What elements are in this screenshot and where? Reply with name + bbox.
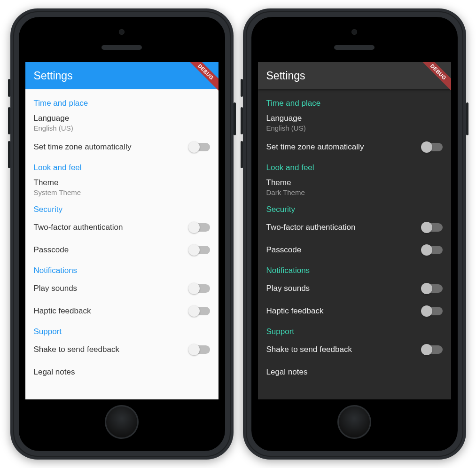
language-value: English (US) (266, 124, 443, 132)
twofa-toggle[interactable] (422, 223, 443, 232)
row-play-sounds[interactable]: Play sounds (258, 277, 451, 300)
legal-label: Legal notes (266, 367, 443, 377)
row-theme[interactable]: Theme Dark Theme (258, 174, 451, 200)
side-button (8, 79, 10, 97)
twofa-label: Two-factor authentication (266, 223, 422, 232)
row-timezone[interactable]: Set time zone automatically (25, 136, 218, 158)
phone-dark: Settings DEBUG Time and place Language E… (243, 8, 466, 460)
language-label: Language (266, 114, 443, 123)
passcode-toggle[interactable] (189, 246, 210, 254)
haptic-label: Haptic feedback (34, 306, 189, 316)
theme-value: System Theme (34, 188, 210, 196)
section-notifications: Notifications (258, 261, 451, 277)
section-security: Security (25, 200, 218, 216)
timezone-label: Set time zone automatically (266, 142, 422, 152)
row-twofa[interactable]: Two-factor authentication (25, 216, 218, 239)
theme-label: Theme (266, 178, 443, 187)
haptic-label: Haptic feedback (266, 306, 422, 316)
row-legal-notes[interactable]: Legal notes (258, 361, 451, 383)
shake-toggle[interactable] (422, 345, 443, 354)
row-language[interactable]: Language English (US) (25, 110, 218, 136)
play-sounds-label: Play sounds (34, 284, 189, 293)
screen-dark: Settings DEBUG Time and place Language E… (258, 62, 451, 399)
row-theme[interactable]: Theme System Theme (25, 174, 218, 200)
row-timezone[interactable]: Set time zone automatically (258, 136, 451, 158)
row-shake-feedback[interactable]: Shake to send feedback (25, 338, 218, 361)
haptic-toggle[interactable] (422, 307, 443, 315)
row-haptic[interactable]: Haptic feedback (25, 300, 218, 322)
row-legal-notes[interactable]: Legal notes (25, 361, 218, 383)
row-haptic[interactable]: Haptic feedback (258, 300, 451, 322)
timezone-label: Set time zone automatically (34, 142, 189, 152)
passcode-toggle[interactable] (422, 246, 443, 254)
section-support: Support (258, 322, 451, 338)
row-shake-feedback[interactable]: Shake to send feedback (258, 338, 451, 361)
row-passcode[interactable]: Passcode (258, 239, 451, 261)
shake-toggle[interactable] (189, 345, 210, 354)
earpiece (101, 45, 142, 50)
screen-light: Settings DEBUG Time and place Language E… (25, 62, 218, 399)
page-title: Settings (34, 70, 73, 82)
side-button (241, 79, 243, 97)
section-time-and-place: Time and place (258, 94, 451, 110)
language-value: English (US) (34, 124, 210, 132)
front-camera (119, 29, 125, 35)
shake-label: Shake to send feedback (34, 345, 189, 354)
page-title: Settings (266, 70, 305, 82)
section-notifications: Notifications (25, 261, 218, 277)
section-support: Support (25, 322, 218, 338)
play-sounds-label: Play sounds (266, 284, 422, 293)
front-camera (351, 29, 357, 35)
timezone-toggle[interactable] (189, 143, 210, 151)
volume-up-button (241, 107, 243, 134)
timezone-toggle[interactable] (422, 143, 443, 151)
legal-label: Legal notes (34, 367, 210, 377)
haptic-toggle[interactable] (189, 307, 210, 315)
section-security: Security (258, 200, 451, 216)
settings-list[interactable]: Time and place Language English (US) Set… (258, 89, 451, 383)
home-button (105, 405, 139, 439)
row-language[interactable]: Language English (US) (258, 110, 451, 136)
theme-label: Theme (34, 178, 210, 187)
theme-value: Dark Theme (266, 188, 443, 196)
passcode-label: Passcode (266, 245, 422, 255)
power-button (466, 102, 468, 135)
home-button (337, 405, 371, 439)
language-label: Language (34, 114, 210, 123)
phone-light: Settings DEBUG Time and place Language E… (10, 8, 234, 460)
play-sounds-toggle[interactable] (189, 284, 210, 293)
app-bar: Settings DEBUG (258, 62, 451, 89)
section-time-and-place: Time and place (25, 94, 218, 110)
volume-down-button (241, 141, 243, 168)
passcode-label: Passcode (34, 245, 189, 255)
shake-label: Shake to send feedback (266, 345, 422, 354)
volume-down-button (8, 141, 10, 168)
settings-list[interactable]: Time and place Language English (US) Set… (25, 89, 218, 383)
section-look-and-feel: Look and feel (258, 158, 451, 174)
row-passcode[interactable]: Passcode (25, 239, 218, 261)
twofa-toggle[interactable] (189, 223, 210, 232)
power-button (234, 102, 236, 135)
volume-up-button (8, 107, 10, 134)
play-sounds-toggle[interactable] (422, 284, 443, 293)
row-play-sounds[interactable]: Play sounds (25, 277, 218, 300)
earpiece (334, 45, 375, 50)
app-bar: Settings DEBUG (25, 62, 218, 89)
section-look-and-feel: Look and feel (25, 158, 218, 174)
row-twofa[interactable]: Two-factor authentication (258, 216, 451, 239)
twofa-label: Two-factor authentication (34, 223, 189, 232)
